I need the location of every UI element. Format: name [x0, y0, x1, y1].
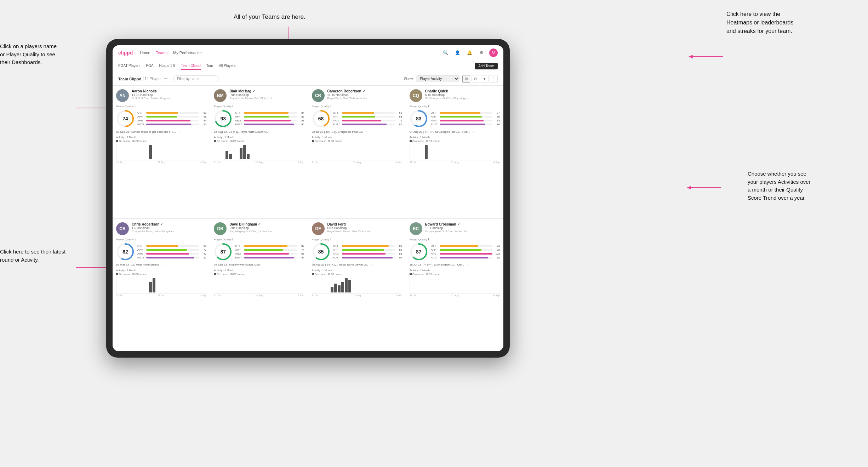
- player-name[interactable]: David Ford: [327, 222, 402, 226]
- player-header: DB Dave Billingham ✓ Plus Handicap Sag M…: [214, 222, 304, 235]
- on-course-label: On course: [412, 273, 424, 275]
- stat-row-arg: ARG 88: [235, 119, 304, 122]
- latest-round[interactable]: 04 Sep 23 | Mobility with coach, Gym →: [214, 263, 304, 267]
- quality-label: Player Quality ℹ: [116, 105, 206, 108]
- chart-date: 21 Aug: [255, 294, 263, 297]
- stat-row-arg: ARG 103: [431, 252, 500, 255]
- tab-team-clippd[interactable]: Team Clippd: [181, 62, 201, 70]
- legend-off-course: Off course: [132, 273, 147, 275]
- filter-icon[interactable]: ▼: [481, 75, 489, 83]
- player-name[interactable]: Charlie Quick: [425, 89, 500, 93]
- latest-round[interactable]: 26 Aug 23 | 73 (+1), Royal North Devon G…: [214, 130, 304, 133]
- off-course-label: Off course: [331, 273, 342, 275]
- verified-icon: ✓: [252, 90, 255, 93]
- grid-view-icon-2[interactable]: ⊟: [472, 75, 479, 83]
- latest-round[interactable]: 05 Mar 23 | 19, Must make putting →: [116, 263, 206, 267]
- latest-round-text: 26 Aug 23 | 73 (+1), Royal North Devon G…: [214, 130, 268, 133]
- activity-section: Activity · 1 Month On course Off course …: [214, 269, 304, 348]
- player-name[interactable]: Edward Crossman ✓: [425, 222, 500, 226]
- activity-chart: [116, 277, 206, 294]
- player-card: AN Aaron Nicholls 11-15 Handicap Drift G…: [113, 86, 210, 218]
- quality-circle[interactable]: 85: [312, 243, 330, 261]
- quality-circle[interactable]: 93: [214, 109, 232, 128]
- quality-circle[interactable]: 87: [214, 243, 232, 261]
- stat-row-app: APP 63: [333, 115, 402, 118]
- activity-section: Activity · 1 Month On course Off course …: [116, 136, 206, 215]
- latest-round[interactable]: 18 Jul 23 | 74 (+4), Sunningdale GC - Ol…: [410, 263, 500, 267]
- player-avatar: BM: [214, 89, 227, 102]
- nav-home[interactable]: Home: [140, 50, 150, 56]
- search-icon[interactable]: 🔍: [441, 49, 450, 57]
- on-course-dot: [410, 140, 412, 142]
- quality-circle[interactable]: 87: [410, 243, 428, 261]
- player-card: EC Edward Crossman ✓ 1-5 Handicap Sunnin…: [406, 219, 503, 352]
- stat-row-app: APP 80: [333, 248, 402, 251]
- quality-circle[interactable]: 74: [116, 109, 135, 128]
- more-icon[interactable]: ⋮: [490, 75, 498, 83]
- quality-circle[interactable]: 83: [410, 109, 428, 128]
- svg-marker-3: [689, 55, 693, 58]
- player-avatar: DF: [312, 222, 325, 235]
- tab-pga[interactable]: PGA: [146, 62, 153, 70]
- chart-dates: 31 Jul21 Aug4 Sep: [410, 294, 500, 297]
- activity-section: Activity · 1 Month On course Off course …: [214, 136, 304, 215]
- player-card: CQ Charlie Quick 6-10 Handicap St. Georg…: [406, 86, 503, 218]
- tab-tour[interactable]: Tour: [206, 62, 213, 70]
- player-name[interactable]: Chris Robertson ✓: [132, 222, 206, 226]
- nav-my-performance[interactable]: My Performance: [173, 50, 202, 56]
- user-icon[interactable]: 👤: [453, 49, 462, 57]
- tab-hcaps[interactable]: Hcaps 1-5: [159, 62, 176, 70]
- latest-round[interactable]: 26 Aug 23 | 84 (+12), Royal North Devon …: [312, 263, 402, 267]
- quality-bars: OTT 60 APP 58 ARG 84 PUTT 85: [137, 111, 206, 126]
- off-course-dot: [426, 273, 428, 275]
- legend-off-course: Off course: [328, 273, 342, 275]
- player-header: CR Cameron Robertson ✓ 11-15 Handicap Ro…: [312, 89, 402, 102]
- stat-row-app: APP 74: [235, 248, 304, 251]
- callout-latest-round: Click here to see their latestround or A…: [0, 248, 92, 264]
- tab-pgat[interactable]: PGAT Players: [118, 62, 140, 70]
- stat-row-app: APP 58: [137, 115, 206, 118]
- legend-off-course: Off course: [328, 140, 342, 142]
- quality-score: 87: [220, 249, 226, 255]
- grid-view-icon[interactable]: ⊞: [462, 75, 470, 83]
- quality-circle[interactable]: 68: [312, 109, 330, 128]
- callout-player-name: Click on a players nameor Player Quality…: [0, 42, 85, 67]
- stat-row-putt: PUTT 86: [431, 123, 500, 126]
- chart-bars: [312, 277, 402, 293]
- quality-score: 85: [318, 249, 324, 255]
- team-edit-icon[interactable]: ✏: [164, 76, 167, 81]
- show-select[interactable]: Player Activity Quality Score Trend: [416, 75, 459, 82]
- activity-chart: [116, 143, 206, 160]
- on-course-label: On course: [217, 140, 228, 142]
- activity-chart: [312, 277, 402, 294]
- search-input[interactable]: [173, 75, 219, 82]
- tab-all-players[interactable]: All Players: [219, 62, 235, 70]
- player-name[interactable]: Aaron Nicholls: [132, 89, 206, 93]
- quality-circle[interactable]: 82: [116, 243, 135, 261]
- latest-round-text: 07 Aug 23 | 77 (+7), St George's Hill GC…: [410, 130, 470, 133]
- bell-icon[interactable]: 🔔: [465, 49, 474, 57]
- avatar[interactable]: U: [489, 49, 498, 57]
- stat-row-ott: OTT 84: [235, 111, 304, 114]
- stat-row-ott: OTT 89: [333, 244, 402, 247]
- player-name[interactable]: Dave Billingham ✓: [229, 222, 304, 226]
- player-club: Sag Maging Golf Club, United Kingdom: [229, 230, 275, 233]
- stat-row-arg: ARG 75: [333, 119, 402, 122]
- add-team-button[interactable]: Add Team: [475, 63, 498, 69]
- player-name[interactable]: Blair McHarg ✓: [229, 89, 304, 93]
- player-name[interactable]: Cameron Robertson ✓: [327, 89, 402, 93]
- latest-round-arrow: →: [262, 263, 265, 267]
- stat-row-arg: ARG 84: [137, 119, 206, 122]
- latest-round[interactable]: 02 Jul 23 | 59 (+17), Craigmillar Park G…: [312, 130, 402, 133]
- player-handicap: 11-15 Handicap: [327, 93, 402, 97]
- quality-bars: OTT 73 APP 79 ARG 103 PUTT 92: [431, 244, 500, 259]
- latest-round[interactable]: 07 Aug 23 | 77 (+7), St George's Hill GC…: [410, 130, 500, 133]
- callout-heatmaps: Click here to view theHeatmaps or leader…: [726, 10, 826, 35]
- latest-round[interactable]: 02 Sep 23 | Sunset round to get back int…: [116, 130, 206, 133]
- verified-icon: ✓: [160, 222, 163, 226]
- activity-header: Activity · 1 Month: [116, 136, 206, 139]
- on-course-dot: [312, 140, 314, 142]
- settings-icon[interactable]: ⚙: [477, 49, 486, 57]
- nav-teams[interactable]: Teams: [156, 50, 167, 56]
- latest-round-text: 05 Mar 23 | 19, Must make putting: [116, 263, 159, 266]
